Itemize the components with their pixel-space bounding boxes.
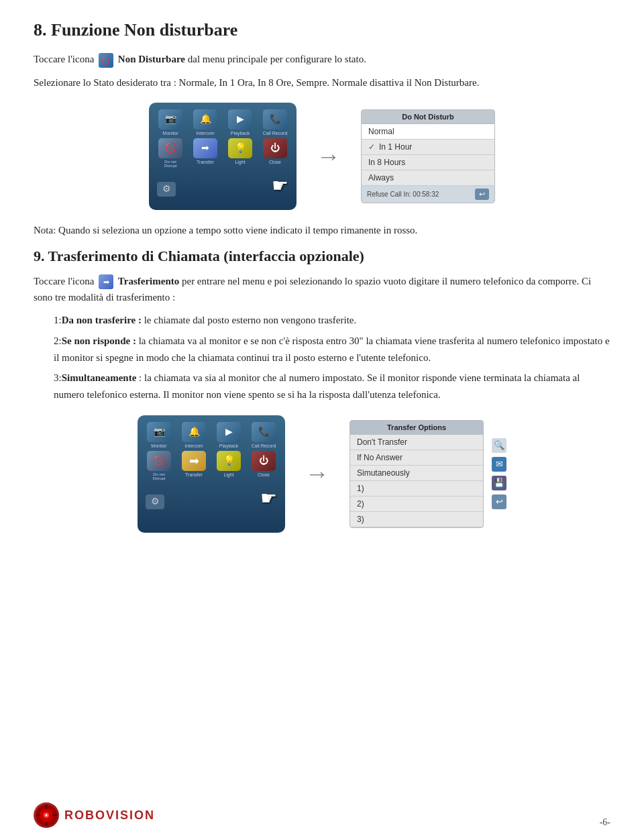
item3-num: 3: bbox=[54, 372, 62, 383]
arrow-right2-icon: → bbox=[305, 460, 329, 488]
menu-item-transfer: ➡ Transfer bbox=[191, 138, 220, 168]
intercom2-icon: 🔔 bbox=[182, 422, 206, 442]
transfer-row-donttransfer: Don't Transfer bbox=[350, 435, 483, 450]
playback-label: Playback bbox=[231, 131, 250, 136]
menu2-light: 💡 Light bbox=[214, 451, 244, 480]
section9-para1: Toccare l'icona ➡ Trasferimento per entr… bbox=[34, 273, 610, 306]
callrecord2-icon: 📞 bbox=[252, 422, 276, 442]
save-icon-btn[interactable]: 💾 bbox=[492, 476, 506, 490]
section8-title: 8. Funzione Non disturbare bbox=[34, 20, 610, 40]
transfer-3-label: 3) bbox=[357, 515, 364, 524]
monitor-label: Monitor bbox=[162, 131, 178, 136]
transfer-inline-icon: ➡ bbox=[99, 274, 113, 289]
dnd-check-icon: ✓ bbox=[368, 142, 375, 152]
section8-p1-text: Toccare l'icona bbox=[34, 54, 94, 64]
transfer-panel-container: Transfer Options Don't Transfer If No An… bbox=[350, 420, 506, 528]
transfer-row-2: 2) bbox=[350, 496, 483, 512]
item2-rest: la chiamata va al monitor e se non c'è r… bbox=[54, 335, 610, 363]
menu-bottom-bar: ⚙ ☛ bbox=[154, 170, 291, 197]
menu2-intercom: 🔔 Intercom bbox=[179, 422, 209, 448]
transfer-row-ifnoanswer: If No Answer bbox=[350, 450, 483, 466]
callrecord-label: Call Record bbox=[263, 131, 288, 136]
section9-item3: 3:Simultaneamente : la chiamata va sia a… bbox=[54, 370, 610, 403]
donotdisturb-label: Do notDisrupt bbox=[164, 160, 176, 168]
monitor2-icon: 📷 bbox=[147, 422, 171, 442]
close-icon: ⏻ bbox=[263, 138, 287, 158]
menu-top-row: 📷 Monitor 🔔 Intercom ▶ Playback 📞 Call R… bbox=[156, 109, 290, 136]
donotdisturb2-icon: 🚫 bbox=[147, 451, 171, 471]
menu2-transfer: ➡ Transfer bbox=[179, 451, 209, 480]
svg-point-3 bbox=[46, 815, 48, 817]
section9-item2: 2:Se non risponde : la chiamata va al mo… bbox=[54, 333, 610, 366]
menu-item-intercom: 🔔 Intercom bbox=[191, 109, 220, 136]
transfer-row-1: 1) bbox=[350, 481, 483, 496]
section9-figure: 📷 Monitor 🔔 Intercom ▶ Playback 📞 Call R… bbox=[34, 415, 610, 533]
logo-text: ROBOVISION bbox=[64, 808, 155, 823]
section8-p1-rest: dal menu principale per configurare lo s… bbox=[188, 54, 366, 64]
dnd-icon: 🚫 bbox=[99, 53, 113, 68]
light2-label: Light bbox=[223, 472, 233, 477]
dnd-row-always: Always bbox=[362, 170, 494, 186]
menu-mockup-dnd: 📷 Monitor 🔔 Intercom ▶ Playback 📞 Call R… bbox=[149, 103, 297, 210]
playback2-icon: ▶ bbox=[217, 422, 241, 442]
monitor-icon: 📷 bbox=[158, 109, 182, 129]
playback2-label: Playback bbox=[219, 443, 238, 448]
menu2-callrecord: 📞 Call Record bbox=[249, 422, 278, 448]
section8-figure: 📷 Monitor 🔔 Intercom ▶ Playback 📞 Call R… bbox=[34, 103, 610, 210]
simultaneously-label: Simutaneously bbox=[357, 468, 410, 478]
item1-bold: Da non trasferire : bbox=[62, 315, 142, 325]
section9-item1: 1:Da non trasferire : le chiamate dal po… bbox=[54, 312, 610, 329]
monitor2-label: Monitor bbox=[151, 443, 166, 448]
item1-num: 1: bbox=[54, 315, 62, 325]
menu2-close: ⏻ Close bbox=[249, 451, 278, 480]
section9-list: 1:Da non trasferire : le chiamate dal po… bbox=[54, 312, 610, 403]
menu-item-callrecord: 📞 Call Record bbox=[260, 109, 290, 136]
menu2-playback: ▶ Playback bbox=[214, 422, 244, 448]
mail-icon-btn[interactable]: ✉ bbox=[492, 457, 506, 472]
intercom2-label: Intercom bbox=[184, 443, 203, 448]
menu-item-playback: ▶ Playback bbox=[225, 109, 255, 136]
transfer-row-3: 3) bbox=[350, 512, 483, 527]
transfer-panel-header: Transfer Options bbox=[350, 421, 483, 435]
callrecord-icon: 📞 bbox=[263, 109, 287, 129]
menu-item-close: ⏻ Close bbox=[260, 138, 290, 168]
menu-mockup-transfer: 📷 Monitor 🔔 Intercom ▶ Playback 📞 Call R… bbox=[138, 415, 285, 533]
dnd-panel-header: Do Not Disturb bbox=[362, 110, 494, 124]
item2-bold: Se non risponde : bbox=[62, 335, 136, 346]
section9-p1-pre: Toccare l'icona bbox=[34, 276, 94, 286]
gear2-icon: ⚙ bbox=[146, 494, 164, 509]
dnd-normal-label: Normal bbox=[368, 127, 394, 136]
page-number: -6- bbox=[600, 817, 610, 828]
callrecord2-label: Call Record bbox=[252, 443, 276, 448]
menu-bottom-row: 🚫 Do notDisrupt ➡ Transfer 💡 Light ⏻ Clo… bbox=[156, 138, 290, 168]
transfer2-label: Transfer bbox=[185, 472, 203, 477]
section8-note: Nota: Quando si seleziona un opzione a t… bbox=[34, 222, 610, 238]
menu2-monitor: 📷 Monitor bbox=[144, 422, 174, 448]
menu2-top-row: 📷 Monitor 🔔 Intercom ▶ Playback 📞 Call R… bbox=[144, 422, 278, 448]
light-icon: 💡 bbox=[228, 138, 252, 158]
donttransfer-label: Don't Transfer bbox=[357, 437, 407, 447]
section8-para2: Selezionare lo Stato desiderato tra : No… bbox=[34, 74, 610, 91]
menu2-bottom-bar: ⚙ ☛ bbox=[143, 483, 280, 509]
section9-p1-rest: per entrare nel menu e poi selezionando … bbox=[34, 276, 591, 303]
menu-item-monitor: 📷 Monitor bbox=[156, 109, 185, 136]
dnd-row-8hours: In 8 Hours bbox=[362, 155, 494, 170]
section9-title: 9. Trasferimento di Chiamata (interfacci… bbox=[34, 248, 610, 265]
intercom-icon: 🔔 bbox=[193, 109, 217, 129]
dnd-8hours-label: In 8 Hours bbox=[368, 158, 405, 167]
dnd-row-1hour: ✓ In 1 Hour bbox=[362, 140, 494, 155]
gear-icon: ⚙ bbox=[157, 182, 176, 197]
dnd-panel: Do Not Disturb Normal ✓ In 1 Hour In 8 H… bbox=[361, 109, 495, 203]
section9-p1-bold: Trasferimento bbox=[118, 276, 179, 286]
ifnoanswer-label: If No Answer bbox=[357, 453, 402, 462]
back-icon-btn[interactable]: ↩ bbox=[492, 494, 506, 509]
item1-rest: le chiamate dal posto esterno non vengon… bbox=[144, 315, 357, 325]
dnd-1hour-label: In 1 Hour bbox=[379, 142, 412, 152]
hand-cursor2-icon: ☛ bbox=[260, 487, 277, 509]
search-icon-btn[interactable]: 🔍 bbox=[492, 438, 506, 453]
donotdisturb2-label: Do notDisrupt bbox=[152, 472, 165, 480]
transfer-1-label: 1) bbox=[357, 484, 364, 493]
dnd-back-btn[interactable]: ↩ bbox=[475, 189, 489, 200]
transfer-side-icons: 🔍 ✉ 💾 ↩ bbox=[492, 438, 506, 509]
transfer-panel: Transfer Options Don't Transfer If No An… bbox=[350, 420, 484, 528]
